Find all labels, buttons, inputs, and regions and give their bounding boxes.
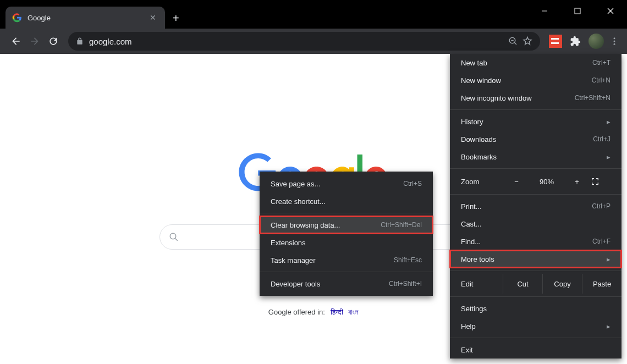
browser-toolbar: google.com bbox=[0, 29, 627, 54]
window-controls bbox=[528, 0, 627, 22]
submenu-save-page[interactable]: Save page as...Ctrl+S bbox=[260, 175, 433, 192]
tab-close-button[interactable]: ✕ bbox=[147, 13, 158, 22]
more-tools-submenu: Save page as...Ctrl+S Create shortcut...… bbox=[260, 172, 433, 296]
lang-bengali[interactable]: বাংল bbox=[348, 308, 359, 316]
chevron-right-icon: ▸ bbox=[607, 153, 610, 161]
svg-line-11 bbox=[175, 238, 178, 241]
submenu-extensions[interactable]: Extensions bbox=[260, 234, 433, 251]
search-icon bbox=[169, 232, 179, 242]
fullscreen-button[interactable] bbox=[591, 177, 622, 186]
reload-button[interactable] bbox=[44, 32, 63, 51]
url-bar[interactable]: google.com bbox=[68, 32, 540, 51]
menu-downloads[interactable]: DownloadsCtrl+J bbox=[450, 130, 622, 148]
todoist-extension-icon[interactable] bbox=[549, 35, 562, 48]
menu-cast[interactable]: Cast... bbox=[450, 215, 622, 233]
menu-print[interactable]: Print...Ctrl+P bbox=[450, 197, 622, 215]
close-window-button[interactable] bbox=[594, 0, 627, 22]
menu-new-window[interactable]: New windowCtrl+N bbox=[450, 71, 622, 89]
cut-button[interactable]: Cut bbox=[503, 274, 542, 294]
menu-separator bbox=[450, 109, 622, 110]
lock-icon bbox=[76, 37, 84, 45]
submenu-clear-browsing-data[interactable]: Clear browsing data...Ctrl+Shift+Del bbox=[260, 216, 433, 234]
forward-button[interactable] bbox=[25, 32, 44, 51]
menu-separator bbox=[450, 338, 622, 338]
titlebar: Google ✕ + bbox=[0, 0, 627, 29]
submenu-developer-tools[interactable]: Developer toolsCtrl+Shift+I bbox=[260, 275, 433, 293]
chrome-main-menu: New tabCtrl+T New windowCtrl+N New incog… bbox=[450, 54, 622, 359]
menu-edit-row: Edit Cut Copy Paste bbox=[450, 274, 622, 294]
zoom-percentage: 90% bbox=[530, 178, 563, 186]
offered-prefix: Google offered in: bbox=[268, 308, 325, 316]
copy-button[interactable]: Copy bbox=[542, 274, 582, 294]
svg-point-7 bbox=[614, 37, 615, 39]
menu-zoom-row: Zoom − 90% + bbox=[450, 172, 622, 191]
menu-more-tools[interactable]: More tools▸ bbox=[450, 250, 622, 268]
zoom-icon[interactable] bbox=[508, 36, 518, 46]
menu-new-tab[interactable]: New tabCtrl+T bbox=[450, 54, 622, 71]
minimize-button[interactable] bbox=[528, 0, 561, 22]
offered-in: Google offered in: हिन्दी বাংল bbox=[268, 308, 359, 317]
lang-hindi[interactable]: हिन्दी bbox=[331, 308, 343, 316]
chrome-menu-button[interactable] bbox=[609, 36, 619, 46]
zoom-out-button[interactable]: − bbox=[503, 178, 530, 186]
menu-separator bbox=[450, 168, 622, 169]
new-tab-button[interactable]: + bbox=[173, 12, 179, 29]
browser-tab[interactable]: Google ✕ bbox=[6, 7, 165, 29]
chevron-right-icon: ▸ bbox=[607, 255, 610, 263]
bookmark-star-icon[interactable] bbox=[522, 36, 532, 46]
chevron-right-icon: ▸ bbox=[607, 322, 610, 330]
extensions-icon[interactable] bbox=[569, 35, 582, 48]
google-favicon bbox=[12, 13, 22, 23]
submenu-task-manager[interactable]: Task managerShift+Esc bbox=[260, 251, 433, 269]
svg-point-8 bbox=[614, 41, 615, 42]
maximize-button[interactable] bbox=[561, 0, 594, 22]
menu-separator bbox=[450, 194, 622, 195]
menu-exit[interactable]: Exit bbox=[450, 341, 622, 359]
svg-rect-1 bbox=[575, 8, 580, 14]
menu-separator bbox=[260, 272, 433, 272]
menu-separator bbox=[260, 213, 433, 213]
menu-help[interactable]: Help▸ bbox=[450, 317, 622, 335]
menu-separator bbox=[450, 296, 622, 297]
menu-history[interactable]: History▸ bbox=[450, 113, 622, 130]
chevron-right-icon: ▸ bbox=[607, 118, 610, 126]
menu-settings[interactable]: Settings bbox=[450, 300, 622, 317]
url-text: google.com bbox=[89, 37, 508, 46]
zoom-in-button[interactable]: + bbox=[563, 178, 591, 186]
zoom-label: Zoom bbox=[450, 178, 503, 186]
svg-point-10 bbox=[170, 233, 176, 239]
tab-title: Google bbox=[28, 14, 147, 22]
menu-find[interactable]: Find...Ctrl+F bbox=[450, 233, 622, 250]
menu-bookmarks[interactable]: Bookmarks▸ bbox=[450, 148, 622, 166]
submenu-create-shortcut[interactable]: Create shortcut... bbox=[260, 192, 433, 210]
menu-separator bbox=[450, 271, 622, 271]
svg-point-9 bbox=[614, 43, 615, 45]
back-button[interactable] bbox=[7, 32, 25, 51]
profile-avatar[interactable] bbox=[588, 34, 604, 49]
menu-incognito[interactable]: New incognito windowCtrl+Shift+N bbox=[450, 89, 622, 107]
svg-line-5 bbox=[514, 42, 516, 45]
edit-label: Edit bbox=[450, 274, 503, 294]
paste-button[interactable]: Paste bbox=[582, 274, 622, 294]
